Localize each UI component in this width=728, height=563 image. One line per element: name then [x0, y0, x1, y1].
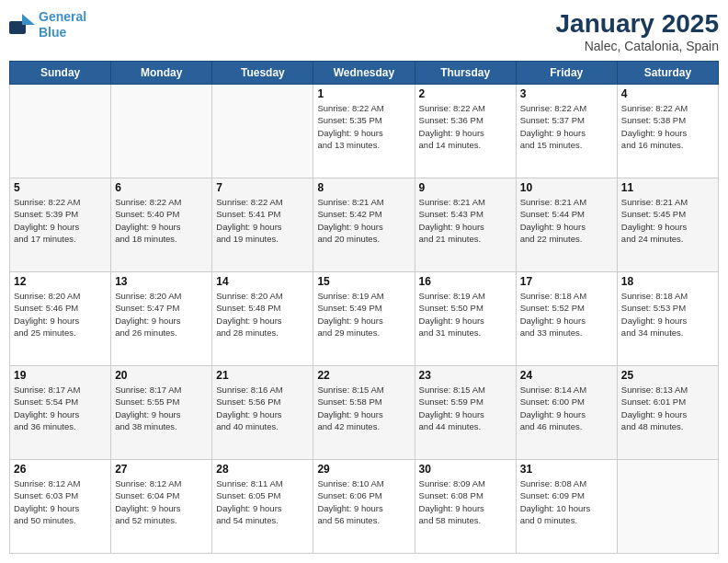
day-cell: 24Sunrise: 8:14 AM Sunset: 6:00 PM Dayli… [516, 366, 617, 460]
day-number: 10 [520, 181, 613, 194]
day-info: Sunrise: 8:08 AM Sunset: 6:09 PM Dayligh… [520, 477, 613, 526]
day-info: Sunrise: 8:22 AM Sunset: 5:39 PM Dayligh… [14, 196, 107, 245]
day-number: 17 [520, 275, 613, 288]
day-number: 18 [621, 275, 714, 288]
day-cell: 5Sunrise: 8:22 AM Sunset: 5:39 PM Daylig… [10, 178, 111, 272]
day-info: Sunrise: 8:09 AM Sunset: 6:08 PM Dayligh… [419, 477, 512, 526]
day-cell: 31Sunrise: 8:08 AM Sunset: 6:09 PM Dayli… [516, 460, 617, 554]
day-number: 6 [115, 181, 208, 194]
day-cell: 20Sunrise: 8:17 AM Sunset: 5:55 PM Dayli… [111, 366, 212, 460]
week-row-2: 5Sunrise: 8:22 AM Sunset: 5:39 PM Daylig… [10, 178, 719, 272]
header-wednesday: Wednesday [313, 62, 415, 85]
day-number: 7 [216, 181, 309, 194]
day-cell: 1Sunrise: 8:22 AM Sunset: 5:35 PM Daylig… [313, 85, 415, 178]
day-cell [10, 85, 111, 178]
logo-text: General Blue [39, 9, 86, 40]
day-info: Sunrise: 8:17 AM Sunset: 5:55 PM Dayligh… [115, 384, 208, 432]
day-info: Sunrise: 8:15 AM Sunset: 5:59 PM Dayligh… [419, 384, 512, 432]
day-info: Sunrise: 8:19 AM Sunset: 5:49 PM Dayligh… [317, 290, 410, 339]
day-cell: 4Sunrise: 8:22 AM Sunset: 5:38 PM Daylig… [617, 85, 718, 178]
week-row-3: 12Sunrise: 8:20 AM Sunset: 5:46 PM Dayli… [10, 272, 719, 366]
day-number: 31 [520, 463, 613, 476]
logo-icon [9, 14, 35, 36]
day-cell: 12Sunrise: 8:20 AM Sunset: 5:46 PM Dayli… [10, 272, 111, 366]
day-cell: 30Sunrise: 8:09 AM Sunset: 6:08 PM Dayli… [415, 460, 516, 554]
day-number: 8 [317, 181, 410, 194]
day-info: Sunrise: 8:21 AM Sunset: 5:43 PM Dayligh… [419, 196, 512, 245]
day-cell: 11Sunrise: 8:21 AM Sunset: 5:45 PM Dayli… [617, 178, 718, 272]
header: General Blue January 2025 Nalec, Catalon… [9, 9, 719, 53]
day-cell: 29Sunrise: 8:10 AM Sunset: 6:06 PM Dayli… [313, 460, 415, 554]
day-info: Sunrise: 8:22 AM Sunset: 5:37 PM Dayligh… [520, 102, 613, 151]
day-info: Sunrise: 8:10 AM Sunset: 6:06 PM Dayligh… [317, 477, 410, 526]
day-cell: 19Sunrise: 8:17 AM Sunset: 5:54 PM Dayli… [10, 366, 111, 460]
day-info: Sunrise: 8:22 AM Sunset: 5:35 PM Dayligh… [317, 102, 410, 151]
title-block: January 2025 Nalec, Catalonia, Spain [556, 9, 719, 53]
day-number: 1 [317, 87, 410, 100]
week-row-5: 26Sunrise: 8:12 AM Sunset: 6:03 PM Dayli… [10, 460, 719, 554]
day-number: 21 [216, 369, 309, 382]
day-info: Sunrise: 8:19 AM Sunset: 5:50 PM Dayligh… [419, 290, 512, 339]
day-cell: 17Sunrise: 8:18 AM Sunset: 5:52 PM Dayli… [516, 272, 617, 366]
day-info: Sunrise: 8:17 AM Sunset: 5:54 PM Dayligh… [14, 384, 107, 432]
page: General Blue January 2025 Nalec, Catalon… [0, 0, 728, 563]
day-cell [212, 85, 313, 178]
logo-general: General [39, 9, 86, 24]
day-cell: 6Sunrise: 8:22 AM Sunset: 5:40 PM Daylig… [111, 178, 212, 272]
main-title: January 2025 [556, 9, 719, 39]
day-cell: 13Sunrise: 8:20 AM Sunset: 5:47 PM Dayli… [111, 272, 212, 366]
day-info: Sunrise: 8:11 AM Sunset: 6:05 PM Dayligh… [216, 477, 309, 526]
day-info: Sunrise: 8:12 AM Sunset: 6:03 PM Dayligh… [14, 477, 107, 526]
header-saturday: Saturday [617, 62, 718, 85]
day-info: Sunrise: 8:20 AM Sunset: 5:47 PM Dayligh… [115, 290, 208, 339]
day-cell: 27Sunrise: 8:12 AM Sunset: 6:04 PM Dayli… [111, 460, 212, 554]
day-number: 15 [317, 275, 410, 288]
day-cell: 21Sunrise: 8:16 AM Sunset: 5:56 PM Dayli… [212, 366, 313, 460]
day-number: 26 [14, 463, 107, 476]
header-tuesday: Tuesday [212, 62, 313, 85]
day-info: Sunrise: 8:21 AM Sunset: 5:42 PM Dayligh… [317, 196, 410, 245]
day-cell: 10Sunrise: 8:21 AM Sunset: 5:44 PM Dayli… [516, 178, 617, 272]
header-sunday: Sunday [10, 62, 111, 85]
subtitle: Nalec, Catalonia, Spain [556, 39, 719, 53]
day-number: 22 [317, 369, 410, 382]
header-thursday: Thursday [415, 62, 516, 85]
day-number: 9 [419, 181, 512, 194]
week-row-4: 19Sunrise: 8:17 AM Sunset: 5:54 PM Dayli… [10, 366, 719, 460]
day-cell: 22Sunrise: 8:15 AM Sunset: 5:58 PM Dayli… [313, 366, 415, 460]
day-number: 2 [419, 87, 512, 100]
day-info: Sunrise: 8:22 AM Sunset: 5:38 PM Dayligh… [621, 102, 714, 151]
day-info: Sunrise: 8:14 AM Sunset: 6:00 PM Dayligh… [520, 384, 613, 432]
day-info: Sunrise: 8:20 AM Sunset: 5:48 PM Dayligh… [216, 290, 309, 339]
day-number: 28 [216, 463, 309, 476]
day-number: 25 [621, 369, 714, 382]
day-cell: 28Sunrise: 8:11 AM Sunset: 6:05 PM Dayli… [212, 460, 313, 554]
day-number: 11 [621, 181, 714, 194]
day-cell: 23Sunrise: 8:15 AM Sunset: 5:59 PM Dayli… [415, 366, 516, 460]
day-cell: 2Sunrise: 8:22 AM Sunset: 5:36 PM Daylig… [415, 85, 516, 178]
day-number: 23 [419, 369, 512, 382]
logo-blue: Blue [39, 25, 66, 40]
day-cell: 8Sunrise: 8:21 AM Sunset: 5:42 PM Daylig… [313, 178, 415, 272]
day-cell: 14Sunrise: 8:20 AM Sunset: 5:48 PM Dayli… [212, 272, 313, 366]
day-cell [111, 85, 212, 178]
day-number: 27 [115, 463, 208, 476]
day-number: 13 [115, 275, 208, 288]
day-info: Sunrise: 8:13 AM Sunset: 6:01 PM Dayligh… [621, 384, 714, 432]
day-info: Sunrise: 8:15 AM Sunset: 5:58 PM Dayligh… [317, 384, 410, 432]
day-cell: 7Sunrise: 8:22 AM Sunset: 5:41 PM Daylig… [212, 178, 313, 272]
day-info: Sunrise: 8:16 AM Sunset: 5:56 PM Dayligh… [216, 384, 309, 432]
calendar-table: Sunday Monday Tuesday Wednesday Thursday… [9, 61, 719, 554]
day-cell: 25Sunrise: 8:13 AM Sunset: 6:01 PM Dayli… [617, 366, 718, 460]
day-number: 30 [419, 463, 512, 476]
day-number: 12 [14, 275, 107, 288]
day-number: 29 [317, 463, 410, 476]
day-number: 20 [115, 369, 208, 382]
header-friday: Friday [516, 62, 617, 85]
day-cell [617, 460, 718, 554]
day-info: Sunrise: 8:22 AM Sunset: 5:41 PM Dayligh… [216, 196, 309, 245]
day-info: Sunrise: 8:22 AM Sunset: 5:36 PM Dayligh… [419, 102, 512, 151]
day-number: 3 [520, 87, 613, 100]
logo: General Blue [9, 9, 86, 40]
day-info: Sunrise: 8:21 AM Sunset: 5:45 PM Dayligh… [621, 196, 714, 245]
